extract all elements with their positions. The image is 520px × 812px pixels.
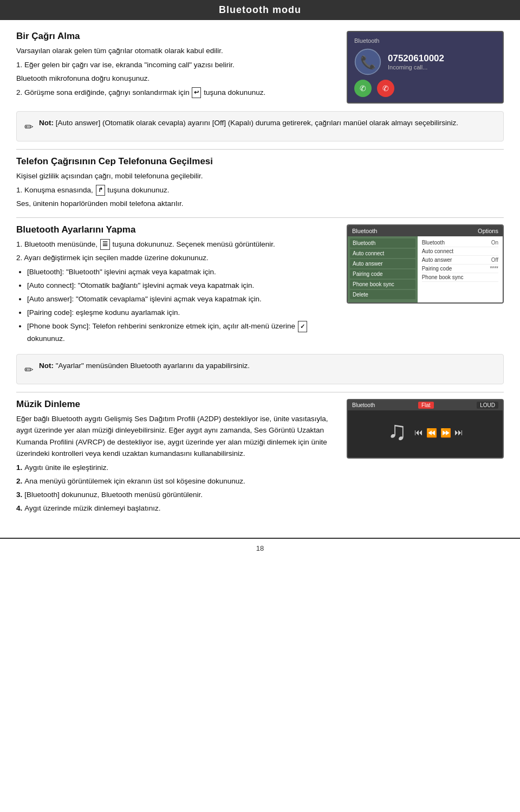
phone-icon-area: 📞 07520610002 Incoming call... (354, 48, 496, 75)
step-num-3: 3. (16, 489, 22, 501)
music-screen: Bluetooth Flat LOUD ♫ ⏮ ⏪ ⏩ (347, 399, 504, 516)
music-intro: Eğer bağlı Bluetooth aygıtı Gelişmiş Ses… (16, 413, 338, 460)
options-row-phonebook: Phone book sync (422, 273, 498, 282)
options-item-bluetooth[interactable]: Bluetooth (350, 239, 415, 248)
step-text-1: Aygıtı ünite ile eşleştiriniz. (24, 462, 108, 474)
menu-icon: ☰ (100, 239, 110, 250)
call-receive-p1: Varsayılan olarak gelen tüm çağrılar oto… (16, 45, 338, 57)
accept-call-button[interactable]: ✆ (354, 80, 372, 97)
music-screen-mock: Bluetooth Flat LOUD ♫ ⏮ ⏪ ⏩ (347, 399, 504, 459)
divider-3 (16, 392, 504, 392)
prev-track-button[interactable]: ⏮ (414, 428, 423, 438)
page-content: Bir Çağrı Alma Varsayılan olarak gelen t… (0, 20, 520, 532)
phone-transfer-heading: Telefon Çağrısının Cep Telefonuna Geçilm… (16, 156, 504, 167)
bullet-pairing-code: [Pairing code]: eşleşme kodunu ayarlamak… (27, 307, 338, 319)
options-row-bluetooth: Bluetooth On (422, 239, 498, 247)
bt-settings-step1: 1. Bluetooth menüsünde, ☰ tuşuna dokunun… (16, 239, 338, 250)
music-intro-para: Eğer bağlı Bluetooth aygıtı Gelişmiş Ses… (16, 413, 338, 460)
bullet-auto-connect: [Auto connect]: "Otomatik bağlantı" işle… (27, 280, 338, 292)
call-receive-paragraphs: Varsayılan olarak gelen tüm çağrılar oto… (16, 45, 338, 98)
music-screen-body: ♫ ⏮ ⏪ ⏩ ⏭ (348, 410, 503, 451)
call-receive-p2: 1. Eğer gelen bir çağrı var ise, ekranda… (16, 59, 338, 71)
options-row-autoanswer-value: Off (491, 257, 498, 263)
call-receive-p4: 2. Görüşme sona erdiğinde, çağrıyı sonla… (16, 87, 338, 99)
music-screen-eq-btn[interactable]: Flat (418, 402, 434, 409)
music-heading: Müzik Dinleme (16, 399, 338, 410)
options-left-panel: Bluetooth Auto connect Auto answer Pairi… (348, 236, 418, 302)
options-row-pairingcode-label: Pairing code (422, 266, 452, 272)
bt-settings-steps: 1. Bluetooth menüsünde, ☰ tuşuna dokunun… (16, 239, 338, 264)
bullet-phone-book-sync: [Phone book Sync]: Telefon rehberini sen… (27, 320, 338, 345)
divider-2 (16, 217, 504, 218)
options-row-pairingcode: Pairing code **** (422, 265, 498, 273)
options-header-left: Bluetooth (352, 228, 377, 234)
music-text: Müzik Dinleme Eğer bağlı Bluetooth aygıt… (16, 399, 338, 516)
bt-settings-bullet-list: [Bluetooth]: "Bluetooth" işlevini açmak … (16, 266, 338, 345)
reject-call-button[interactable]: ✆ (377, 80, 394, 97)
music-screen-loud-btn[interactable]: LOUD (477, 402, 498, 409)
options-row-phonebook-label: Phone book sync (422, 274, 464, 280)
note-bt-settings-label: Not: (39, 362, 54, 370)
fast-forward-button[interactable]: ⏩ (440, 428, 451, 438)
note-auto-answer: ✏ Not: [Auto answer] (Otomatik olarak ce… (16, 111, 504, 141)
section-call-receive: Bir Çağrı Alma Varsayılan olarak gelen t… (16, 31, 504, 104)
step-text-4: Aygıt üzerinde müzik dinlemeyi başlatını… (24, 502, 160, 515)
svg-text:📞: 📞 (360, 55, 376, 70)
step-num-1: 1. (16, 462, 22, 474)
music-step-4: 4. Aygıt üzerinde müzik dinlemeyi başlat… (16, 502, 338, 515)
screen-bt-header: Bluetooth (354, 37, 496, 44)
footer-page-number: 18 (256, 544, 264, 552)
page-title: Bluetooth modu (219, 4, 301, 15)
note-bt-settings-body: "Ayarlar" menüsünden Bluetooth ayarların… (56, 362, 250, 370)
section-phone-transfer: Telefon Çağrısının Cep Telefonuna Geçilm… (16, 156, 504, 210)
bt-settings-step2: 2. Ayarı değiştirmek için seçilen madde … (16, 252, 338, 264)
call-receive-text: Bir Çağrı Alma Varsayılan olarak gelen t… (16, 31, 338, 104)
options-item-pairingcode[interactable]: Pairing code (350, 269, 415, 279)
caller-info: 07520610002 Incoming call... (388, 53, 444, 70)
next-track-button[interactable]: ⏭ (454, 428, 463, 438)
music-step-3: 3. [Bluetooth] dokununuz, Bluetooth menü… (16, 489, 338, 501)
call-receive-heading: Bir Çağrı Alma (16, 31, 338, 42)
phone-ringing-icon: 📞 (354, 48, 381, 75)
options-item-autoconnect[interactable]: Auto connect (350, 249, 415, 258)
step-num-4: 4. (16, 502, 22, 515)
phone-transfer-intro: Kişisel gizlilik açısından çağrı, mobil … (16, 170, 504, 182)
note-pencil-icon: ✏ (24, 118, 34, 136)
music-note-icon: ♫ (387, 416, 407, 446)
transfer-icon: ↱ (96, 185, 105, 196)
options-item-phonebook[interactable]: Phone book sync (350, 280, 415, 289)
options-row-autoanswer: Auto answer Off (422, 256, 498, 265)
note-label: Not: (39, 119, 54, 127)
options-row-autoconnect: Auto connect (422, 247, 498, 256)
options-header-right: Options (478, 228, 498, 234)
incoming-call-screen: Bluetooth 📞 07520610002 Incoming call...… (347, 31, 504, 104)
end-call-icon: ↩ (192, 87, 201, 98)
phone-number: 07520610002 (388, 53, 444, 64)
bt-settings-text: Bluetooth Ayarlarını Yapma 1. Bluetooth … (16, 224, 338, 346)
music-screen-header: Bluetooth Flat LOUD (348, 400, 503, 410)
call-receive-screen: Bluetooth 📞 07520610002 Incoming call...… (347, 31, 504, 104)
options-row-bluetooth-value: On (491, 240, 498, 246)
options-item-delete[interactable]: Delete (350, 290, 415, 299)
bullet-auto-answer: [Auto answer]: "Otomatik cevaplama" işle… (27, 293, 338, 306)
options-item-autoanswer[interactable]: Auto answer (350, 259, 415, 268)
note-bt-settings: ✏ Not: "Ayarlar" menüsünden Bluetooth ay… (16, 354, 504, 384)
phone-transfer-step2: Ses, ünitenin hoparlöründen mobil telefo… (16, 198, 504, 210)
page-header: Bluetooth modu (0, 0, 520, 20)
music-step-1: 1. Aygıtı ünite ile eşleştiriniz. (16, 462, 338, 474)
phone-transfer-text: Kişisel gizlilik açısından çağrı, mobil … (16, 170, 504, 210)
options-row-autoanswer-label: Auto answer (422, 257, 452, 263)
options-row-bluetooth-label: Bluetooth (422, 240, 445, 246)
options-row-pairingcode-value: **** (490, 266, 498, 272)
note-bt-settings-text: Not: "Ayarlar" menüsünden Bluetooth ayar… (39, 360, 250, 372)
call-action-buttons: ✆ ✆ (354, 80, 496, 97)
divider-1 (16, 149, 504, 150)
music-playback-controls: ⏮ ⏪ ⏩ ⏭ (414, 423, 463, 438)
rewind-button[interactable]: ⏪ (426, 428, 437, 438)
section-music: Müzik Dinleme Eğer bağlı Bluetooth aygıt… (16, 399, 504, 516)
playback-buttons: ⏮ ⏪ ⏩ ⏭ (414, 428, 463, 438)
step-text-2: Ana menüyü görüntülemek için ekranın üst… (24, 475, 245, 488)
options-screen-header: Bluetooth Options (348, 225, 503, 236)
step-text-3: [Bluetooth] dokununuz, Bluetooth menüsü … (24, 489, 203, 501)
bt-settings-screen: Bluetooth Options Bluetooth Auto connect… (347, 224, 504, 346)
